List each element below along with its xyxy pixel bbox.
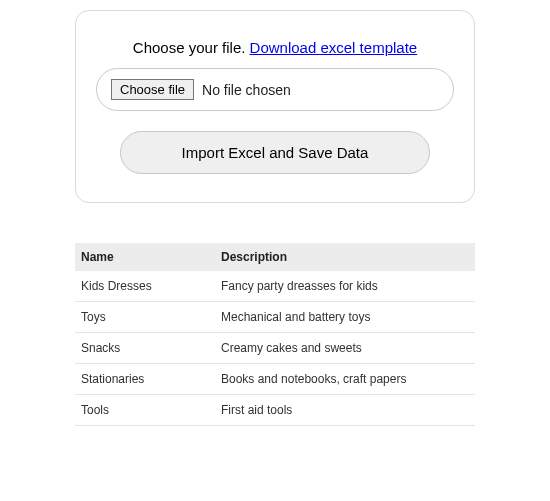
table-row: StationariesBooks and notebooks, craft p…: [75, 364, 475, 395]
data-table: Name Description Kids DressesFancy party…: [75, 243, 475, 426]
import-button[interactable]: Import Excel and Save Data: [120, 131, 430, 174]
cell-name: Tools: [75, 395, 215, 426]
table-header-description: Description: [215, 243, 475, 271]
table-row: ToysMechanical and battery toys: [75, 302, 475, 333]
download-template-link[interactable]: Download excel template: [250, 39, 418, 56]
cell-description: Creamy cakes and sweets: [215, 333, 475, 364]
cell-name: Stationaries: [75, 364, 215, 395]
data-table-wrap: Name Description Kids DressesFancy party…: [75, 243, 475, 426]
table-row: SnacksCreamy cakes and sweets: [75, 333, 475, 364]
cell-description: Books and notebooks, craft papers: [215, 364, 475, 395]
choose-file-button[interactable]: Choose file: [111, 79, 194, 100]
cell-description: Fancy party dreasses for kids: [215, 271, 475, 302]
table-row: Kids DressesFancy party dreasses for kid…: [75, 271, 475, 302]
table-header-row: Name Description: [75, 243, 475, 271]
file-input-row: Choose file No file chosen: [96, 68, 454, 111]
cell-name: Kids Dresses: [75, 271, 215, 302]
table-row: ToolsFirst aid tools: [75, 395, 475, 426]
cell-description: Mechanical and battery toys: [215, 302, 475, 333]
file-status-text: No file chosen: [202, 82, 291, 98]
table-header-name: Name: [75, 243, 215, 271]
upload-prompt: Choose your file. Download excel templat…: [96, 39, 454, 56]
cell-description: First aid tools: [215, 395, 475, 426]
upload-prompt-text: Choose your file.: [133, 39, 250, 56]
cell-name: Toys: [75, 302, 215, 333]
upload-card: Choose your file. Download excel templat…: [75, 10, 475, 203]
cell-name: Snacks: [75, 333, 215, 364]
